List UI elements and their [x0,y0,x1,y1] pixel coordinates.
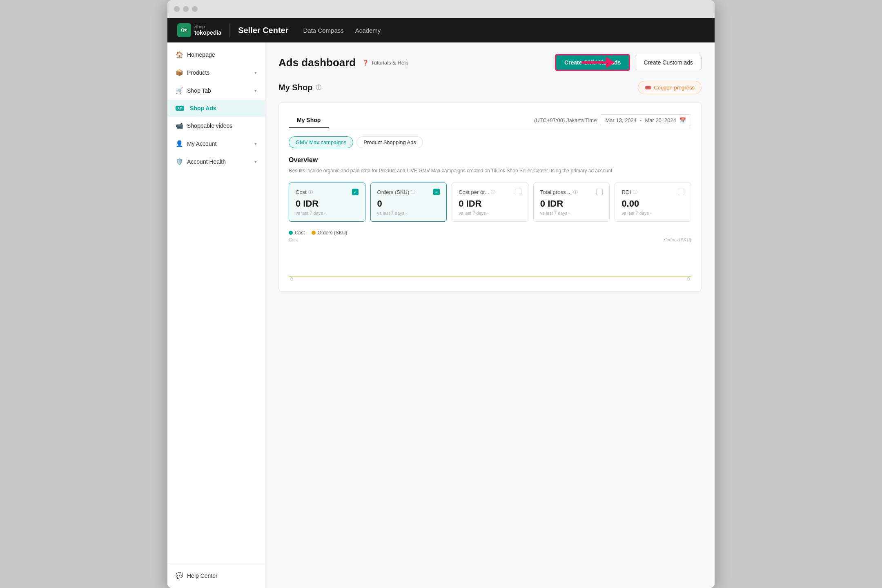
sidebar-item-account-health[interactable]: 🛡️ Account Health ▾ [167,153,265,171]
chart-label-orders: Orders (SKU) [664,237,691,242]
date-picker[interactable]: Mar 13, 2024 - Mar 20, 2024 📅 [600,114,691,126]
info-icon: ⓘ [308,189,313,195]
cost-dot [289,231,293,235]
campaign-tabs: GMV Max campaigns Product Shopping Ads [289,136,691,148]
date-from: Mar 13, 2024 [605,117,637,123]
sidebar-item-products[interactable]: 📦 Products ▾ [167,64,265,82]
metric-checkbox-roi[interactable] [678,189,684,195]
metrics-row: Cost ⓘ ✓ 0 IDR vs last 7 days - Orders (… [289,183,691,222]
metric-name-cost: Cost ⓘ [296,189,313,195]
sidebar-item-label: Shoppable videos [187,122,232,129]
metric-checkbox-gross[interactable] [596,189,603,195]
metric-name-cpo: Cost per or... ⓘ [459,189,495,195]
tab-my-shop[interactable]: My Shop [289,113,329,128]
sidebar-item-shoppable-videos[interactable]: 📹 Shoppable videos [167,117,265,135]
pink-arrow-annotation [581,57,615,68]
ad-badge: AD [176,106,184,111]
overview-desc: Results include organic and paid data fo… [289,167,691,174]
metric-card-header: Cost per or... ⓘ [459,189,521,195]
sidebar-item-help-center[interactable]: 💬 Help Center [167,567,265,585]
help-icon: 💬 [176,572,183,579]
metric-compare-orders: vs last 7 days - [377,211,440,216]
metric-card-header: Orders (SKU) ⓘ ✓ [377,189,440,195]
metric-card-orders-sku: Orders (SKU) ⓘ ✓ 0 vs last 7 days - [370,183,447,222]
home-icon: 🏠 [176,51,183,58]
tutorials-link[interactable]: ❓ Tutorials & Help [362,60,408,66]
seller-center-title: Seller Center [238,26,288,35]
sidebar: 🏠 Homepage 📦 Products ▾ 🛒 Shop Tab ▾ AD … [167,42,265,588]
logo-area: 🛍 Shop tokopedia [177,23,230,37]
my-shop-title: My Shop ⓘ [278,83,321,92]
page-title: Ads dashboard [278,56,356,69]
metric-card-cost: Cost ⓘ ✓ 0 IDR vs last 7 days - [289,183,365,222]
header-nav: Data Compass Academy [303,27,381,34]
tutorials-label: Tutorials & Help [371,60,408,66]
metric-card-header: ROI ⓘ [621,189,684,195]
campaign-tab-product[interactable]: Product Shopping Ads [356,136,423,148]
metric-checkbox-orders[interactable]: ✓ [433,189,440,195]
coupon-progress-button[interactable]: 🎟️ Coupon progress [638,81,702,94]
shop-tabs: My Shop (UTC+07:00) Jakarta Time Mar 13,… [289,113,691,128]
sidebar-item-label: Products [187,69,209,76]
metric-compare-cost: vs last 7 days - [296,211,359,216]
calendar-icon: 📅 [679,117,686,123]
chart-zero-left: 0 [290,276,293,281]
shop-tab-icon: 🛒 [176,87,183,94]
sidebar-item-label: Homepage [187,51,215,58]
shop-section: My Shop (UTC+07:00) Jakarta Time Mar 13,… [278,102,702,292]
info-icon: ⓘ [491,189,495,195]
metric-value-gross: 0 IDR [540,198,603,209]
account-icon: 👤 [176,140,183,147]
metric-checkbox-cpo[interactable] [515,189,521,195]
shop-tabs-left: My Shop [289,113,329,128]
arrow-head [606,57,615,68]
sidebar-bottom: 💬 Help Center [167,563,265,585]
metric-compare-cpo: vs last 7 days - [459,211,521,216]
header-buttons: Create GMV Max ads Create Custom ads [555,54,702,71]
chevron-down-icon: ▾ [254,159,257,165]
sidebar-item-label: Help Center [187,572,218,579]
sidebar-item-label: My Account [187,140,216,147]
sidebar-item-shop-ads[interactable]: AD Shop Ads [167,100,265,117]
metric-value-cost: 0 IDR [296,198,359,209]
chevron-down-icon: ▾ [254,88,257,94]
info-icon: ⓘ [573,189,578,195]
legend-row: Cost Orders (SKU) [289,230,691,236]
date-separator: - [640,117,641,123]
sidebar-item-my-account[interactable]: 👤 My Account ▾ [167,135,265,153]
metric-value-roi: 0.00 [621,198,684,209]
sidebar-item-label: Shop Ads [190,105,216,111]
coupon-label: Coupon progress [654,85,695,91]
app-header: 🛍 Shop tokopedia Seller Center Data Comp… [167,18,715,42]
create-custom-ads-button[interactable]: Create Custom ads [635,55,702,70]
metric-card-header: Total gross ... ⓘ [540,189,603,195]
traffic-light-maximize[interactable] [192,6,198,12]
nav-data-compass[interactable]: Data Compass [303,27,344,34]
campaign-tab-gmv[interactable]: GMV Max campaigns [289,136,353,148]
legend-cost: Cost [289,230,305,236]
sidebar-item-homepage[interactable]: 🏠 Homepage [167,46,265,64]
metric-checkbox-cost[interactable]: ✓ [352,189,359,195]
nav-academy[interactable]: Academy [355,27,381,34]
titlebar [167,0,715,18]
sidebar-item-shop-tab[interactable]: 🛒 Shop Tab ▾ [167,82,265,100]
traffic-light-minimize[interactable] [183,6,189,12]
chart-labels: Cost Orders (SKU) [289,237,691,242]
coupon-icon: 🎟️ [645,85,651,91]
info-icon: ⓘ [316,84,321,91]
video-icon: 📹 [176,122,183,129]
shield-icon: 🛡️ [176,158,183,165]
metric-name-roi: ROI ⓘ [621,189,637,195]
logo-text: Shop tokopedia [194,24,221,36]
date-range: (UTC+07:00) Jakarta Time Mar 13, 2024 - … [534,114,691,126]
page-header: Ads dashboard ❓ Tutorials & Help Create … [278,54,702,71]
traffic-light-close[interactable] [174,6,180,12]
sidebar-item-label: Account Health [187,158,226,165]
metric-card-cost-per-order: Cost per or... ⓘ 0 IDR vs last 7 days - [452,183,528,222]
overview-title: Overview [289,156,691,164]
metric-value-orders: 0 [377,198,440,209]
info-icon: ⓘ [411,189,415,195]
metric-compare-gross: vs last 7 days - [540,211,603,216]
date-to: Mar 20, 2024 [645,117,676,123]
sidebar-item-label: Shop Tab [187,87,211,94]
